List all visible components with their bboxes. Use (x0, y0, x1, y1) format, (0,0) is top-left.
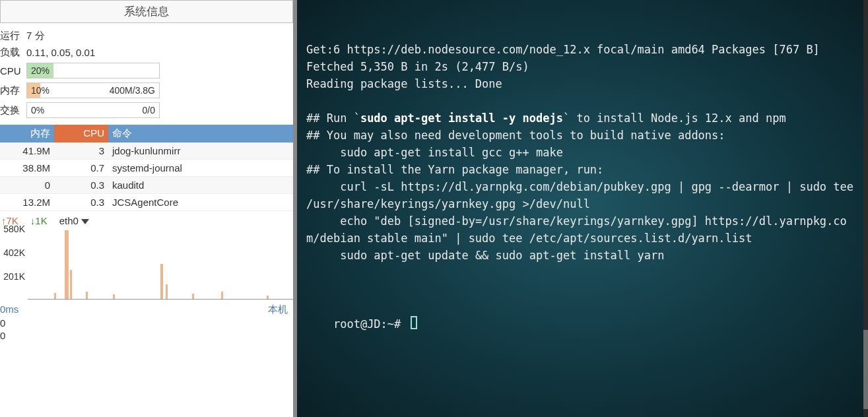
cpu-label: CPU (0, 65, 26, 77)
swap-detail: 0/0 (143, 105, 155, 115)
swap-bar: 0% 0/0 (26, 102, 160, 118)
table-row[interactable]: 13.2M0.3JCSAgentCore (0, 194, 293, 211)
uptime-value: 7 分 (26, 30, 45, 42)
terminal[interactable]: Get:6 https://deb.nodesource.com/node_12… (297, 0, 868, 417)
cursor-icon (411, 316, 417, 329)
mem-detail: 400M/3.8G (110, 85, 155, 96)
swap-pct: 0% (31, 105, 44, 115)
table-row[interactable]: 41.9M3jdog-kunlunmirr (0, 143, 293, 160)
table-row[interactable]: 38.8M0.7systemd-journal (0, 160, 293, 177)
latency-ms: 0ms (0, 304, 18, 316)
mem-label: 内存 (0, 84, 26, 97)
swap-label: 交换 (0, 104, 26, 117)
col-cmd[interactable]: 命令 (108, 125, 293, 143)
col-cpu[interactable]: CPU (54, 125, 108, 143)
cpu-pct: 20% (31, 65, 50, 76)
load-value: 0.11, 0.05, 0.01 (26, 47, 95, 58)
mem-pct: 10% (31, 85, 50, 96)
process-header: 内存 CPU 命令 (0, 125, 293, 143)
system-info-panel: 系统信息 运行 7 分 负载 0.11, 0.05, 0.01 CPU 20% … (0, 0, 297, 417)
prompt: root@JD:~# (333, 317, 408, 331)
net-graph: 580K 402K 201K (28, 226, 293, 300)
mem-bar: 10% 400M/3.8G (26, 82, 160, 98)
col-mem[interactable]: 内存 (0, 125, 54, 143)
net-interface-select[interactable]: eth0 (59, 215, 89, 226)
uptime-label: 运行 (0, 30, 26, 42)
table-row[interactable]: 00.3kauditd (0, 177, 293, 194)
net-down: ↓1K (30, 215, 48, 226)
terminal-scrollbar[interactable] (863, 0, 868, 417)
latency-host[interactable]: 本机 (268, 304, 288, 316)
chevron-down-icon (81, 219, 89, 224)
cpu-bar: 20% (26, 63, 160, 79)
panel-title: 系统信息 (0, 0, 293, 23)
load-label: 负载 (0, 46, 26, 59)
